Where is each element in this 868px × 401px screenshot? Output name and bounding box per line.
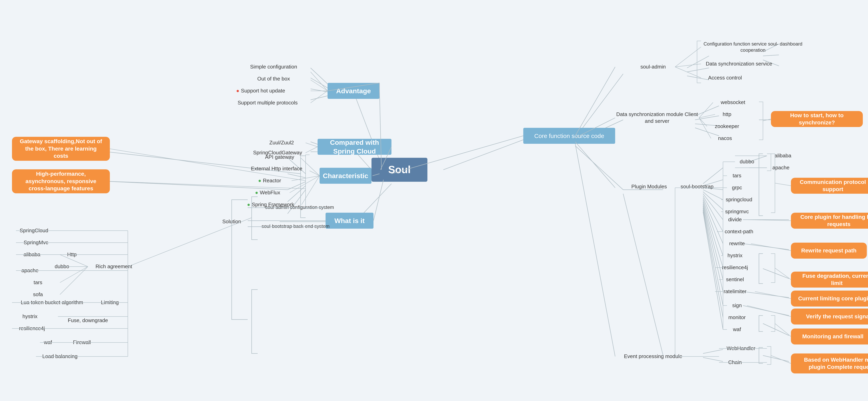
svg-line-6 (311, 78, 328, 88)
svg-line-91 (763, 119, 771, 121)
hystrix-plugin-node: hystrix (721, 251, 749, 260)
svg-line-132 (311, 72, 328, 91)
solution-label-node: Solution (216, 217, 248, 227)
svg-line-0 (353, 92, 382, 168)
hystrix-w-node: hystrix (16, 312, 44, 321)
gateway-scaffolding-node: Gateway scaffolding,Not out of the box, … (12, 137, 110, 161)
characteristic-node: Characteristic (319, 168, 371, 184)
svg-line-143 (302, 176, 319, 205)
zuul-node: Zuul/Zuul2 (258, 138, 306, 148)
web-handler-plugin-node: Based on WebHandler matching plugin Comp… (791, 353, 868, 373)
svg-line-3 (443, 140, 523, 170)
svg-line-14 (288, 186, 306, 202)
resilience4j-w-node: resilience4j (12, 323, 52, 334)
access-control-node: Access control (701, 73, 749, 83)
svg-line-84 (675, 47, 701, 67)
svg-line-7 (311, 89, 328, 92)
webflux-node: WebFlux (246, 188, 289, 198)
firewall-node: Firewall (68, 338, 96, 347)
limiting-node: Limiting (96, 298, 124, 308)
apache-w-node: apache (16, 266, 44, 276)
support-multiple-protocols-node: Support multiple protocols (234, 98, 302, 108)
svg-line-54 (623, 194, 663, 356)
svg-line-85 (675, 64, 701, 67)
simple-configuration-node: Simple configuration (244, 62, 304, 72)
svg-line-12 (288, 174, 306, 178)
svg-line-89 (699, 118, 707, 126)
svg-line-87 (699, 102, 713, 118)
soul-admin-config-system-node: soul-admin configuration system (258, 202, 342, 213)
svg-line-142 (289, 176, 319, 193)
ratelimiter-plugin-node: ratelimiter (715, 286, 755, 297)
fuse-degradation-node: Fuse degradation, current limit (791, 272, 868, 287)
soul-bootstrap-backend-node: soul-bootstrap back-end system (252, 221, 340, 232)
svg-line-5 (311, 68, 328, 84)
alibaba-dubbo-node: alibaba (767, 151, 799, 161)
sentinel-plugin-node: sentinel (719, 275, 751, 284)
svg-line-18 (575, 146, 623, 190)
reactor-dot (258, 177, 263, 184)
spring-mvc-w-node: SpringMvc (16, 238, 56, 248)
plugin-modules-node: Plugin Modules (623, 181, 675, 193)
core-function-node: Core function source code (523, 128, 615, 144)
svg-line-127 (373, 180, 383, 221)
grpc-plugin-node: grpc (727, 183, 747, 193)
external-http-node: External Http interface (244, 164, 310, 174)
svg-line-137 (306, 143, 317, 147)
verify-request-signature-node: Verify the request signature (791, 309, 868, 325)
waf-w-node: waf (40, 338, 56, 347)
rewrite-plugin-node: rewrite (723, 239, 751, 249)
core-plugin-http-node: Core plugin for handling http requests (791, 213, 868, 229)
svg-line-122 (771, 356, 791, 364)
nacos-node: nacos (711, 133, 739, 144)
monitor-plugin-node: monitor (723, 312, 751, 322)
divide-plugin-node: divide (723, 215, 747, 225)
rewrite-request-path-node: Rewrite request path (791, 243, 867, 258)
out-of-the-box-node: Out of the box (248, 74, 300, 84)
alibaba-w-node: alibaba (16, 250, 48, 259)
tars-plugin-node: tars (727, 171, 747, 181)
svg-line-23 (763, 55, 779, 56)
svg-line-82 (575, 142, 615, 188)
spring-cloud-w-node: SpringCloud (12, 226, 56, 236)
support-hot-update-node: Support hot update (226, 86, 296, 96)
soul-bootstrap-node: soul-bootstrap (671, 181, 723, 193)
waf-plugin-node: waf (727, 325, 747, 335)
svg-line-80 (575, 67, 615, 136)
api-gateway-node: API gateway (256, 152, 304, 162)
zookeeper-node: zookeeper (707, 121, 747, 131)
how-to-start-node: How to start, how to synchronize? (771, 111, 863, 127)
svg-line-86 (675, 67, 701, 78)
svg-line-114 (747, 220, 791, 221)
center-label: Soul (388, 163, 411, 177)
communication-protocol-node: Communication protocol support (791, 178, 868, 194)
apache-dubbo-node: apache (767, 163, 795, 173)
spring-framework-dot (247, 201, 252, 208)
svg-line-115 (751, 244, 791, 251)
http-w-node: Http (60, 250, 84, 259)
svg-line-116 (775, 268, 791, 280)
rich-agreement-node: Rich agreement (88, 261, 140, 272)
current-limiting-core-node: Current limiting core plugin (791, 290, 868, 307)
svg-line-8 (311, 96, 328, 100)
svg-line-40 (703, 198, 723, 244)
mind-map: Soul Advantage Simple configuration Out … (0, 0, 868, 401)
web-handler-node: WebHandler (719, 343, 763, 353)
compared-node: Compared with Spring Cloud (317, 139, 392, 155)
context-path-plugin-node: context-path (717, 227, 761, 237)
svg-line-37 (703, 192, 723, 210)
http-sync-node: http (715, 110, 739, 119)
hot-update-dot (236, 88, 241, 94)
reactor-node: Reactor (250, 176, 289, 186)
svg-line-133 (311, 80, 328, 91)
svg-line-53 (763, 323, 789, 336)
fuse-downgrade-node: Fuse, downgrade (58, 315, 118, 326)
svg-line-141 (291, 176, 319, 181)
dubbo-plugin-node: dubbo (735, 157, 759, 167)
webflux-dot (255, 189, 260, 196)
sign-plugin-node: sign (727, 301, 747, 311)
svg-line-113 (775, 183, 791, 186)
tars-w-node: tars (28, 278, 48, 287)
data-sync-service-node: Data synchronization service (701, 59, 777, 69)
svg-line-57 (763, 356, 789, 362)
